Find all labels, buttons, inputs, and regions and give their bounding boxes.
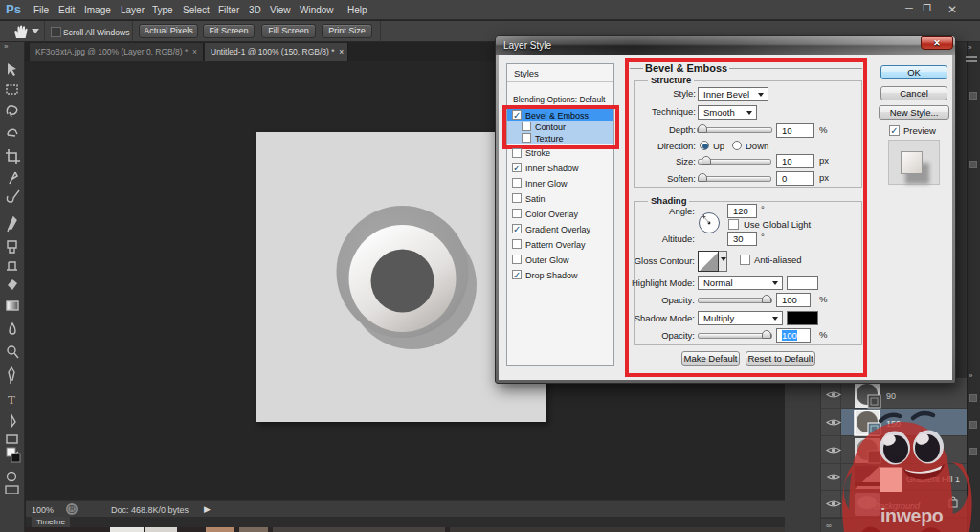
svg-text:T: T bbox=[8, 392, 15, 407]
svg-text:90: 90 bbox=[886, 391, 896, 401]
svg-text:inwepo: inwepo bbox=[880, 505, 944, 526]
